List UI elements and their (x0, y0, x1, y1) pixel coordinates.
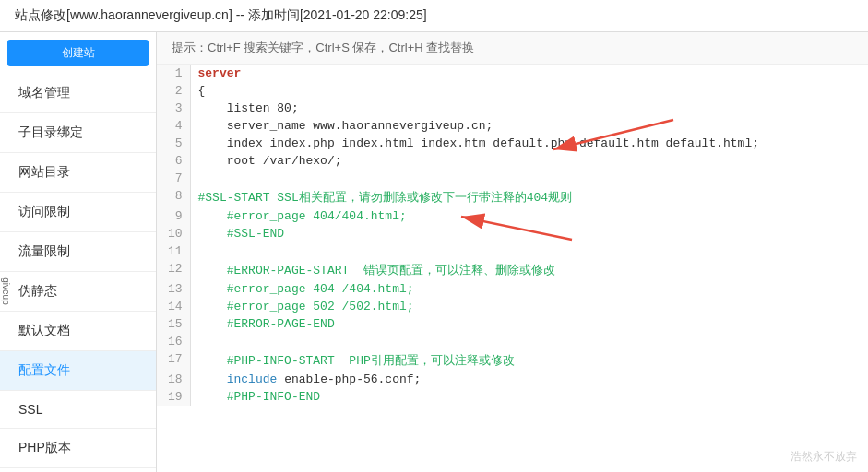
hint-text: 提示：Ctrl+F 搜索关键字，Ctrl+S 保存，Ctrl+H 查找替换 (172, 41, 474, 54)
main-container: 创建站 域名管理 子目录绑定 网站目录 访问限制 流量限制 伪静态 giveup… (0, 32, 868, 472)
table-row: 2{ (157, 82, 868, 100)
line-number: 13 (157, 280, 190, 298)
sidebar-item-subdir[interactable]: 子目录绑定 (0, 113, 156, 153)
table-row: 19 #PHP-INFO-END (157, 388, 868, 406)
table-row: 1server (157, 65, 868, 82)
sidebar-label-domain: 域名管理 (18, 85, 70, 100)
line-code: server_name www.haorannevergiveup.cn; (190, 117, 868, 135)
sidebar-label-config: 配置文件 (18, 362, 70, 377)
editor-table: 1server2{3 listen 80;4 server_name www.h… (157, 65, 868, 406)
sidebar-item-pseudo[interactable]: 伪静态 giveup (0, 272, 156, 312)
line-code: #PHP-INFO-END (190, 388, 868, 406)
line-code: #error_page 404/404.html; (190, 207, 868, 225)
line-number: 9 (157, 207, 190, 225)
line-code: #error_page 404 /404.html; (190, 280, 868, 298)
line-number: 2 (157, 82, 190, 100)
sidebar-label-phpver: PHP版本 (18, 440, 71, 454)
line-number: 10 (157, 225, 190, 242)
table-row: 17 #PHP-INFO-START PHP引用配置，可以注释或修改 (157, 350, 868, 371)
line-code: server (190, 65, 868, 82)
editor-area[interactable]: 1server2{3 listen 80;4 server_name www.h… (157, 65, 868, 472)
table-row: 15 #ERROR-PAGE-END (157, 315, 868, 333)
sidebar-label-ssl: SSL (18, 402, 42, 417)
line-number: 7 (157, 170, 190, 187)
table-row: 7 (157, 170, 868, 187)
line-code: #SSL-START SSL相关配置，请勿删除或修改下一行带注释的404规则 (190, 187, 868, 207)
table-row: 5 index index.php index.html index.htm d… (157, 135, 868, 152)
line-number: 14 (157, 298, 190, 315)
sidebar-item-phpver[interactable]: PHP版本 (0, 429, 156, 468)
sidebar-label-default: 默认文档 (18, 323, 70, 337)
watermark: 浩然永不放弃 (791, 449, 857, 465)
table-row: 8#SSL-START SSL相关配置，请勿删除或修改下一行带注释的404规则 (157, 187, 868, 207)
sidebar-item-default[interactable]: 默认文档 (0, 312, 156, 351)
table-row: 4 server_name www.haorannevergiveup.cn; (157, 117, 868, 135)
sidebar-item-domain[interactable]: 域名管理 (0, 74, 156, 113)
table-row: 16 (157, 333, 868, 350)
line-number: 8 (157, 187, 190, 207)
table-row: 11 (157, 242, 868, 260)
sidebar-item-access[interactable]: 访问限制 (0, 193, 156, 232)
line-code: { (190, 82, 868, 100)
create-site-button[interactable]: 创建站 (7, 40, 149, 66)
line-code: index index.php index.html index.htm def… (190, 135, 868, 152)
line-number: 5 (157, 135, 190, 152)
table-row: 14 #error_page 502 /502.html; (157, 298, 868, 315)
title-bar: 站点修改[www.haorannevergiveup.cn] -- 添加时间[2… (0, 0, 868, 32)
line-code (190, 242, 868, 260)
sidebar-label-flow: 流量限制 (18, 243, 70, 258)
line-code: #PHP-INFO-START PHP引用配置，可以注释或修改 (190, 350, 868, 371)
line-number: 11 (157, 242, 190, 260)
sidebar-item-webdir[interactable]: 网站目录 (0, 153, 156, 193)
line-number: 3 (157, 100, 190, 117)
sidebar-label-subdir: 子目录绑定 (18, 124, 83, 139)
line-number: 18 (157, 371, 190, 388)
line-code: root /var/hexo/; (190, 152, 868, 170)
content-area: 提示：Ctrl+F 搜索关键字，Ctrl+S 保存，Ctrl+H 查找替换 1s… (157, 32, 868, 472)
line-code: #ERROR-PAGE-START 错误页配置，可以注释、删除或修改 (190, 260, 868, 280)
table-row: 6 root /var/hexo/; (157, 152, 868, 170)
line-number: 6 (157, 152, 190, 170)
table-row: 3 listen 80; (157, 100, 868, 117)
line-number: 4 (157, 117, 190, 135)
line-code: #SSL-END (190, 225, 868, 242)
sidebar-label-pseudo: 伪静态 (18, 283, 57, 298)
table-row: 13 #error_page 404 /404.html; (157, 280, 868, 298)
line-number: 15 (157, 315, 190, 333)
line-code (190, 333, 868, 350)
hint-bar: 提示：Ctrl+F 搜索关键字，Ctrl+S 保存，Ctrl+H 查找替换 (157, 32, 868, 65)
sidebar-label-webdir: 网站目录 (18, 164, 70, 179)
sidebar-item-config[interactable]: 配置文件 (0, 351, 156, 391)
table-row: 18 include enable-php-56.conf; (157, 371, 868, 388)
line-code: #ERROR-PAGE-END (190, 315, 868, 333)
line-number: 1 (157, 65, 190, 82)
line-number: 19 (157, 388, 190, 406)
create-site-label: 创建站 (62, 46, 95, 59)
sidebar: 创建站 域名管理 子目录绑定 网站目录 访问限制 流量限制 伪静态 giveup… (0, 32, 157, 472)
sidebar-item-ssl[interactable]: SSL (0, 391, 156, 429)
line-code: include enable-php-56.conf; (190, 371, 868, 388)
line-code: listen 80; (190, 100, 868, 117)
line-number: 16 (157, 333, 190, 350)
line-number: 17 (157, 350, 190, 371)
sidebar-overflow-label: giveup (1, 277, 11, 304)
table-row: 12 #ERROR-PAGE-START 错误页配置，可以注释、删除或修改 (157, 260, 868, 280)
table-row: 10 #SSL-END (157, 225, 868, 242)
table-row: 9 #error_page 404/404.html; (157, 207, 868, 225)
title-text: 站点修改[www.haorannevergiveup.cn] -- 添加时间[2… (15, 7, 427, 22)
line-code: #error_page 502 /502.html; (190, 298, 868, 315)
sidebar-item-flow[interactable]: 流量限制 (0, 232, 156, 272)
sidebar-label-access: 访问限制 (18, 204, 70, 218)
line-number: 12 (157, 260, 190, 280)
line-code (190, 170, 868, 187)
